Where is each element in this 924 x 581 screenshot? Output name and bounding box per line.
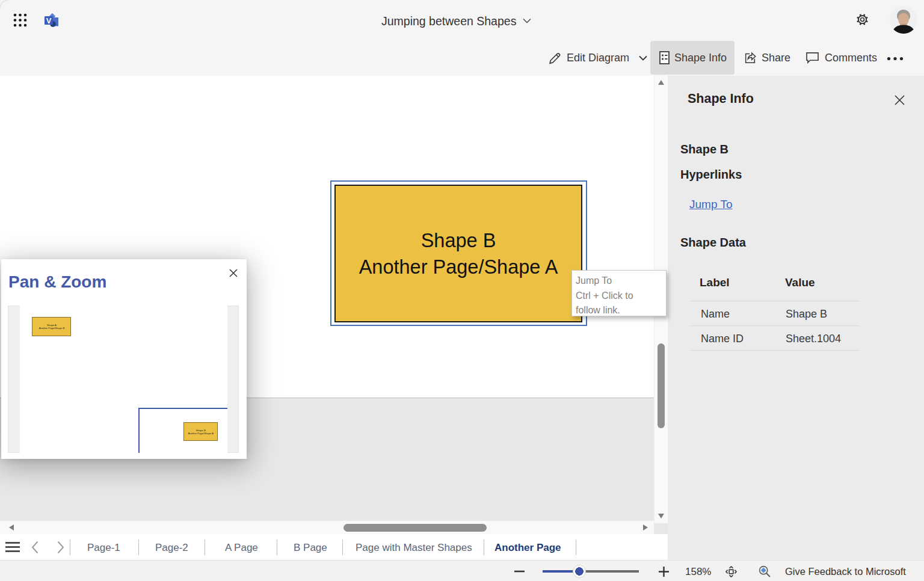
svg-text:V: V: [46, 16, 52, 25]
